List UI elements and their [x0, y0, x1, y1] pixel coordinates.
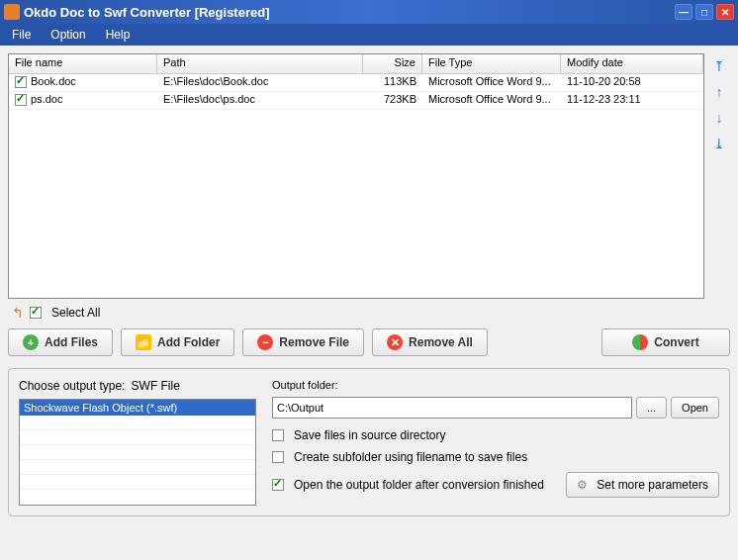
remove-file-label: Remove File: [279, 335, 349, 349]
file-list-header: File name Path Size File Type Modify dat…: [9, 54, 703, 74]
browse-button[interactable]: ...: [636, 397, 667, 419]
bottom-panel: Choose output type: SWF File Shockwave F…: [8, 368, 730, 516]
col-header-name[interactable]: File name: [9, 54, 157, 73]
output-type-label: Choose output type: SWF File: [19, 379, 256, 393]
move-up-button[interactable]: ↑: [710, 83, 728, 101]
row-checkbox[interactable]: [15, 76, 27, 88]
app-icon: [4, 4, 20, 20]
output-folder-input[interactable]: [272, 397, 632, 419]
window-title: Okdo Doc to Swf Converter [Registered]: [24, 5, 675, 20]
minimize-button[interactable]: —: [675, 4, 692, 20]
add-folder-button[interactable]: 📁 Add Folder: [121, 328, 234, 356]
add-folder-label: Add Folder: [157, 335, 220, 349]
menu-option[interactable]: Option: [46, 26, 89, 44]
col-header-date[interactable]: Modify date: [561, 54, 703, 73]
output-folder-label: Output folder:: [272, 379, 719, 391]
add-files-label: Add Files: [45, 335, 98, 349]
save-source-label: Save files in source directory: [294, 428, 445, 442]
minus-icon: −: [257, 334, 273, 350]
col-header-type[interactable]: File Type: [422, 54, 561, 73]
set-parameters-label: Set more parameters: [597, 478, 708, 492]
select-all-label: Select All: [51, 306, 100, 320]
select-all-checkbox[interactable]: [30, 307, 42, 319]
up-folder-icon[interactable]: ↰: [12, 305, 24, 321]
plus-icon: +: [23, 334, 39, 350]
menu-file[interactable]: File: [8, 26, 35, 44]
close-button[interactable]: ✕: [716, 4, 734, 20]
gear-icon: ⚙: [577, 478, 591, 492]
move-down-button[interactable]: ↓: [710, 109, 728, 127]
convert-button[interactable]: Convert: [601, 328, 730, 356]
titlebar: Okdo Doc to Swf Converter [Registered] —…: [0, 0, 738, 24]
open-after-label: Open the output folder after conversion …: [294, 478, 544, 492]
output-type-item[interactable]: Shockwave Flash Object (*.swf): [20, 400, 255, 416]
remove-all-label: Remove All: [409, 335, 473, 349]
add-files-button[interactable]: + Add Files: [8, 328, 113, 356]
folder-icon: 📁: [136, 334, 151, 350]
remove-all-button[interactable]: ✕ Remove All: [372, 328, 488, 356]
move-top-button[interactable]: ⤒: [710, 57, 728, 75]
table-row[interactable]: ps.docE:\Files\doc\ps.doc723KBMicrosoft …: [9, 92, 703, 110]
reorder-arrows: ⤒ ↑ ↓ ⤓: [708, 53, 730, 299]
open-folder-button[interactable]: Open: [671, 397, 719, 419]
output-type-list[interactable]: Shockwave Flash Object (*.swf): [19, 399, 256, 506]
x-icon: ✕: [387, 334, 403, 350]
subfolder-checkbox[interactable]: [272, 451, 284, 463]
file-list[interactable]: File name Path Size File Type Modify dat…: [8, 53, 704, 299]
move-bottom-button[interactable]: ⤓: [710, 135, 728, 152]
col-header-path[interactable]: Path: [157, 54, 363, 73]
table-row[interactable]: Book.docE:\Files\doc\Book.doc113KBMicros…: [9, 74, 703, 92]
maximize-button[interactable]: □: [695, 4, 713, 20]
content-area: File name Path Size File Type Modify dat…: [0, 46, 738, 560]
col-header-size[interactable]: Size: [363, 54, 422, 73]
save-source-checkbox[interactable]: [272, 429, 284, 441]
convert-label: Convert: [654, 335, 698, 349]
menu-help[interactable]: Help: [102, 26, 135, 44]
subfolder-label: Create subfolder using filename to save …: [294, 450, 527, 464]
menubar: File Option Help: [0, 24, 738, 46]
convert-icon: [632, 334, 648, 350]
remove-file-button[interactable]: − Remove File: [242, 328, 364, 356]
row-checkbox[interactable]: [15, 94, 27, 106]
set-parameters-button[interactable]: ⚙ Set more parameters: [566, 472, 719, 498]
open-after-checkbox[interactable]: [272, 479, 284, 491]
